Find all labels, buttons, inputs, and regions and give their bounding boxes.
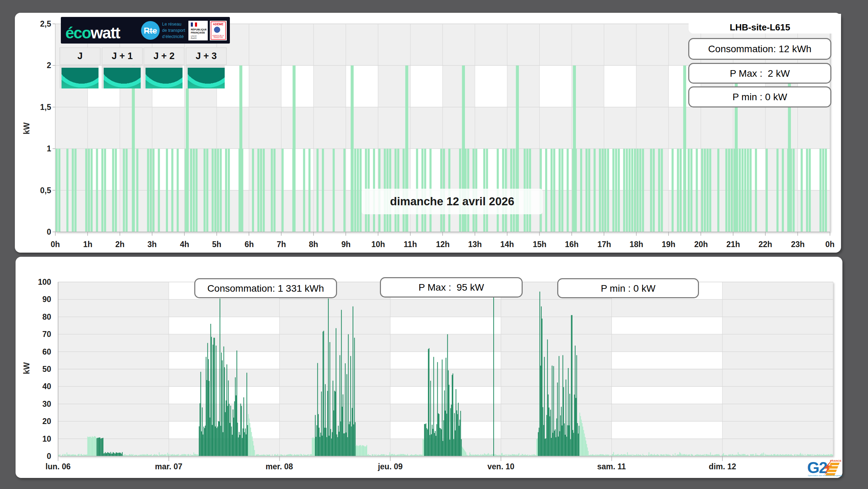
svg-text:FRANCE: FRANCE (830, 459, 842, 462)
svg-text:Optimisation des ressources é: Optimisation des ressources énergétiqu… (808, 474, 842, 477)
svg-text:G2: G2 (807, 459, 827, 477)
svg-text:d’électricité: d’électricité (162, 34, 184, 39)
svg-text:Égalité: Égalité (191, 37, 197, 39)
svg-text:ADEME: ADEME (213, 22, 224, 26)
svg-text:Rte: Rte (144, 26, 157, 35)
svg-text:FRANÇAISE: FRANÇAISE (191, 31, 205, 34)
svg-text:TRANSITION: TRANSITION (213, 37, 223, 38)
svg-text:écowatt: écowatt (65, 24, 120, 42)
svg-text:Le réseau: Le réseau (162, 22, 181, 27)
svg-text:RÉPUBLIQUE: RÉPUBLIQUE (191, 28, 207, 31)
svg-text:de transport: de transport (162, 28, 185, 33)
